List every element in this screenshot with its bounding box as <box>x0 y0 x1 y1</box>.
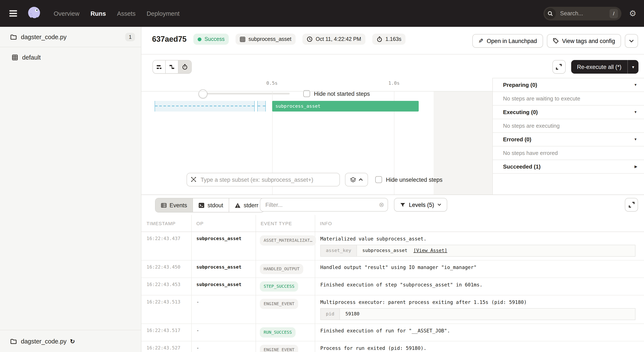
layers-icon <box>350 177 356 182</box>
sidebar-footer: dagster_code.py ↻ <box>0 330 142 352</box>
hide-unselected-label: Hide unselected steps <box>386 176 442 183</box>
table-header: TIMESTAMPOPEVENT TYPEINFO <box>142 215 644 232</box>
flat-view-toggle[interactable] <box>153 60 166 73</box>
graph-query-toggle-button[interactable] <box>345 173 368 186</box>
event-timestamp: 16:22:43.453 <box>142 281 191 292</box>
gantt-step-bar[interactable]: subprocess_asset <box>272 101 419 111</box>
event-row: 16:22:43.437subprocess_assetASSET_MATERI… <box>142 232 644 261</box>
metadata-key: pid <box>321 309 340 320</box>
column-header-event-type: EVENT TYPE <box>256 221 315 226</box>
refresh-icon[interactable]: ↻ <box>70 338 75 345</box>
tab-stderr[interactable]: stderr <box>229 198 264 212</box>
chevron-down-icon <box>629 39 634 42</box>
nav-link-overview[interactable]: Overview <box>54 10 80 17</box>
step-section-empty-message: No steps are waiting to execute <box>493 92 644 106</box>
log-filter-input[interactable] <box>260 198 388 212</box>
main-content: 637aed75 Success subprocess_asset Oct 11… <box>142 27 644 352</box>
global-search[interactable]: / <box>544 6 622 20</box>
primary-nav: OverviewRunsAssetsDeployment <box>54 10 180 17</box>
event-op: subprocess_asset <box>191 281 256 292</box>
tab-events[interactable]: Events <box>156 198 193 212</box>
reexecute-all-button[interactable]: Re-execute all (*) ▾ <box>571 60 638 74</box>
event-row: 16:22:43.450subprocess_assetHANDLED_OUTP… <box>142 261 644 278</box>
event-info-text: Materialized value subprocess_asset. <box>320 235 644 242</box>
timed-view-toggle[interactable] <box>178 60 191 73</box>
event-info-text: Finished execution of run for "__ASSET_J… <box>320 327 644 334</box>
gantt-waiting-bar <box>257 101 266 111</box>
event-info-text: Process for run exited (pid: 59180). <box>320 345 644 352</box>
expand-icon <box>556 64 562 70</box>
gear-icon[interactable]: ⚙ <box>629 9 636 17</box>
sidebar-item-default-job[interactable]: default <box>0 50 141 65</box>
events-table: TIMESTAMPOPEVENT TYPEINFO 16:22:43.437su… <box>142 215 644 352</box>
hide-unselected-checkbox[interactable] <box>375 176 382 183</box>
gantt-toolbar: Hide not started steps Re-execute all (*… <box>142 54 644 77</box>
levels-filter-button[interactable]: Levels (5) <box>394 198 448 212</box>
step-selector-row: Hide unselected steps <box>186 173 442 186</box>
timestamp-chip: Oct 11, 4:22:42 PM <box>302 34 366 45</box>
waterfall-view-toggle[interactable] <box>166 60 178 73</box>
job-name: default <box>22 54 41 61</box>
event-type-badge: ENGINE_EVENT <box>260 299 298 309</box>
flat-list-icon <box>156 64 162 70</box>
tag-icon <box>553 38 558 44</box>
reexecute-label[interactable]: Re-execute all (*) <box>571 60 628 74</box>
events-icon <box>161 202 166 208</box>
event-op: - <box>191 327 256 338</box>
view-tags-config-button[interactable]: View tags and config <box>547 34 621 48</box>
gantt-fullscreen-button[interactable] <box>552 60 566 74</box>
top-navbar: OverviewRunsAssetsDeployment / ⚙ <box>0 0 644 27</box>
step-section-executing[interactable]: Executing (0)▼ <box>493 106 644 119</box>
folder-icon <box>10 34 16 40</box>
stderr-icon <box>235 202 241 208</box>
tab-stdout[interactable]: stdout <box>193 198 229 212</box>
folder-icon <box>10 338 16 344</box>
logs-fullscreen-button[interactable] <box>625 198 638 212</box>
expand-icon <box>628 202 634 208</box>
event-info-text: Multiprocess executor: parent process ex… <box>320 299 644 306</box>
status-dot-icon <box>198 37 202 41</box>
step-subset-input[interactable] <box>186 173 340 186</box>
clear-filter-icon[interactable]: ⊗ <box>379 201 384 209</box>
chevron-down-icon: ▼ <box>634 137 637 141</box>
event-row: 16:22:43.513-ENGINE_EVENTMultiprocess ex… <box>142 295 644 324</box>
event-op: subprocess_asset <box>191 235 256 257</box>
timeline-tick-label: 1.0s <box>388 80 400 86</box>
timeline-tick-label: 0.5s <box>266 80 278 86</box>
step-section-preparing[interactable]: Preparing (0)▼ <box>493 78 644 92</box>
view-asset-link[interactable]: [View Asset] <box>413 247 447 254</box>
event-metadata-table: asset_keysubprocess_asset[View Asset] <box>320 245 636 257</box>
run-actions-caret-button[interactable] <box>625 34 638 48</box>
gantt-waiting-bar <box>155 101 255 111</box>
clock-icon <box>307 36 313 42</box>
chevron-down-icon: ▼ <box>634 110 637 114</box>
event-row: 16:22:43.517-RUN_SUCCESSFinished executi… <box>142 324 644 341</box>
event-type-badge: STEP_SUCCESS <box>260 281 298 292</box>
asset-chip[interactable]: subprocess_asset <box>236 34 296 45</box>
pencil-icon: ✎ <box>478 37 483 44</box>
search-input[interactable] <box>559 10 606 17</box>
dagster-logo-icon[interactable] <box>26 5 42 22</box>
event-info-text: Handled output "result" using IO manager… <box>320 264 644 271</box>
open-in-launchpad-button[interactable]: ✎ Open in Launchpad <box>472 34 543 48</box>
gantt-timeline: 0.5s1.0s <box>142 77 492 91</box>
dagster-run-page: OverviewRunsAssetsDeployment / ⚙ dagster… <box>0 0 644 352</box>
nav-link-runs[interactable]: Runs <box>90 10 106 17</box>
reexecute-caret[interactable]: ▾ <box>628 60 638 74</box>
nav-link-assets[interactable]: Assets <box>117 10 136 17</box>
nav-link-deployment[interactable]: Deployment <box>146 10 180 17</box>
gantt-chart: Hide unselected steps subprocess_asset <box>142 91 492 195</box>
metadata-value: subprocess_asset <box>362 247 408 254</box>
hamburger-menu-icon[interactable] <box>9 10 18 16</box>
step-section-empty-message: No steps have errored <box>493 146 644 160</box>
step-section-errored[interactable]: Errored (0)▼ <box>493 133 644 146</box>
chevron-right-icon: ▶ <box>635 165 637 169</box>
step-section-empty-message: No steps are executing <box>493 119 644 133</box>
step-section-succeeded[interactable]: Succeeded (1)▶ <box>493 160 644 174</box>
column-header-op: OP <box>191 221 256 226</box>
log-tabs: Eventsstdoutstderr <box>155 198 264 212</box>
event-op: - <box>191 345 256 352</box>
repo-row[interactable]: dagster_code.py 1 <box>0 27 141 47</box>
event-type-badge: ENGINE_EVENT <box>260 345 298 352</box>
events-toolbar: Eventsstdoutstderr ⊗ Levels (5) <box>142 195 644 215</box>
